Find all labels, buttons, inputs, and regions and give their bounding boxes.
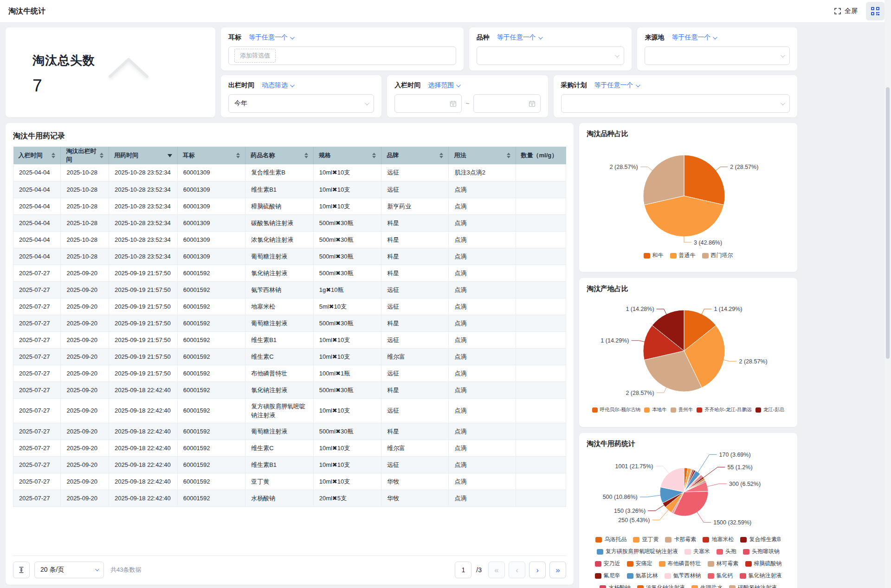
legend-item[interactable]: 水杨酸钠: [600, 584, 631, 588]
legend-item[interactable]: 亚丁黄: [633, 536, 659, 543]
add-filter-value-button[interactable]: 添加筛选值: [234, 49, 276, 63]
legend-item[interactable]: 氨基比林: [627, 572, 658, 580]
legend-item[interactable]: 复合维生素B: [740, 536, 781, 543]
last-page-button[interactable]: »: [549, 562, 566, 578]
table-cell: 2025-09-20: [61, 331, 109, 348]
procurement-plan-select[interactable]: [561, 94, 790, 113]
table-row[interactable]: 2025-07-272025-09-202025-09-18 22:42:406…: [13, 439, 566, 456]
chevron-right-icon: ›: [536, 566, 539, 574]
next-page-button[interactable]: ›: [529, 562, 546, 578]
legend-swatch-icon: [697, 407, 702, 413]
filter-operator-dropdown[interactable]: 等于任意一个: [249, 33, 293, 42]
legend-item[interactable]: 林可霉素: [708, 560, 739, 568]
pie-slice[interactable]: [643, 155, 684, 205]
legend-item[interactable]: 安痛定: [627, 560, 652, 568]
filter-operator-dropdown[interactable]: 等于任意一个: [671, 33, 716, 42]
legend-label: 氟尼辛: [604, 572, 620, 580]
legend-item[interactable]: 龙江-彭总: [755, 407, 785, 413]
table-row[interactable]: 2025-07-272025-09-202025-09-18 22:42:406…: [13, 490, 566, 506]
legend-item[interactable]: 和牛: [644, 252, 664, 259]
table-row[interactable]: 2025-07-272025-09-202025-09-19 21:57:506…: [13, 298, 566, 315]
legend-item[interactable]: 夫塞米: [684, 548, 710, 556]
entry-date-end-input[interactable]: [473, 94, 541, 113]
filter-operator-dropdown[interactable]: 动态筛选: [262, 81, 293, 90]
column-header[interactable]: 淘汰出栏时间: [61, 147, 109, 164]
first-page-button[interactable]: «: [488, 562, 505, 578]
table-row[interactable]: 2025-04-042025-10-282025-10-28 23:52:346…: [13, 164, 566, 181]
sort-arrows-icon[interactable]: [236, 153, 240, 158]
scrollbar-thumb[interactable]: [886, 87, 890, 359]
table-row[interactable]: 2025-07-272025-09-202025-09-18 22:42:406…: [13, 381, 566, 398]
column-header[interactable]: 用药时间: [109, 147, 178, 164]
column-header[interactable]: 入栏时间: [13, 147, 61, 164]
page-number-input[interactable]: [455, 562, 471, 578]
legend-item[interactable]: 氯化钙: [708, 572, 733, 580]
legend-item[interactable]: 本地牛: [644, 407, 667, 413]
table-row[interactable]: 2025-07-272025-09-202025-09-18 22:42:406…: [13, 456, 566, 473]
prev-page-button[interactable]: ‹: [509, 562, 525, 578]
sort-arrows-icon[interactable]: [507, 153, 510, 158]
entry-date-start-input[interactable]: [394, 94, 462, 113]
origin-filter-select[interactable]: [645, 46, 790, 65]
legend-item[interactable]: 卡那霉素: [665, 536, 696, 543]
table-cell: 远征: [381, 331, 449, 348]
legend-item[interactable]: 普通牛: [670, 252, 696, 259]
legend-item[interactable]: 浓氯化钠注射液: [637, 584, 685, 588]
legend-item[interactable]: 乌洛托品: [595, 536, 626, 543]
legend-item[interactable]: 齐齐哈尔-龙江-吕鹏远: [697, 407, 752, 413]
qr-code-button[interactable]: [866, 2, 885, 20]
filter-operator-dropdown[interactable]: 选择范围: [428, 81, 459, 90]
legend-item[interactable]: 生理盐水: [691, 584, 723, 588]
collapse-table-button[interactable]: [13, 562, 30, 578]
legend-item[interactable]: 布他磷普特壮: [659, 560, 701, 568]
table-row[interactable]: 2025-07-272025-09-202025-09-18 22:42:406…: [13, 473, 566, 490]
filter-operator-dropdown[interactable]: 等于任意一个: [594, 81, 639, 90]
page-size-select[interactable]: 20 条/页: [34, 562, 104, 578]
legend-item[interactable]: 樟脑硫酸钠: [745, 560, 782, 568]
legend-item[interactable]: 碳酸氢钠注射液: [729, 584, 777, 588]
sort-arrows-icon[interactable]: [52, 153, 55, 158]
legend-item[interactable]: 氟尼辛: [595, 572, 620, 580]
column-header[interactable]: 药品名称: [245, 147, 313, 164]
table-row[interactable]: 2025-07-272025-09-202025-09-19 21:57:506…: [13, 331, 566, 348]
ear-tag-filter-input[interactable]: 添加筛选值: [228, 46, 456, 65]
table-row[interactable]: 2025-07-272025-09-202025-09-19 21:57:506…: [13, 315, 566, 331]
column-header[interactable]: 数量（ml/g）: [516, 147, 566, 164]
breed-filter-select[interactable]: [477, 46, 625, 65]
legend-item[interactable]: 呼伦贝尔-额尔古纳: [592, 407, 641, 413]
sort-arrows-icon[interactable]: [304, 153, 308, 158]
legend-item[interactable]: 安乃近: [595, 560, 620, 568]
sort-arrows-icon[interactable]: [372, 153, 376, 158]
table-row[interactable]: 2025-07-272025-09-202025-09-18 22:42:406…: [13, 398, 566, 423]
column-header[interactable]: 品牌: [381, 147, 449, 164]
fullscreen-button[interactable]: 全屏: [834, 7, 858, 15]
exit-time-select[interactable]: 今年: [228, 94, 374, 113]
column-header[interactable]: 规格: [313, 147, 381, 164]
column-header[interactable]: 用法: [449, 147, 516, 164]
table-row[interactable]: 2025-04-042025-10-282025-10-28 23:52:346…: [13, 198, 566, 214]
table-row[interactable]: 2025-07-272025-09-202025-09-19 21:57:506…: [13, 348, 566, 365]
sort-arrows-icon[interactable]: [439, 153, 443, 158]
legend-item[interactable]: 头孢: [717, 548, 736, 556]
legend-item[interactable]: 氨苄西林钠: [665, 572, 701, 580]
range-separator: ~: [465, 100, 469, 107]
legend-item[interactable]: 氯化钠注射液: [740, 572, 782, 580]
column-header[interactable]: 耳标: [177, 147, 245, 164]
table-row[interactable]: 2025-04-042025-10-282025-10-28 23:52:346…: [13, 231, 566, 248]
legend-item[interactable]: 西门塔尔: [702, 252, 733, 259]
table-row[interactable]: 2025-04-042025-10-282025-10-28 23:52:346…: [13, 214, 566, 231]
legend-item[interactable]: 地塞米松: [703, 536, 734, 543]
legend-item[interactable]: 头孢噻呋钠: [743, 548, 780, 556]
table-row[interactable]: 2025-04-042025-10-282025-10-28 23:52:346…: [13, 181, 566, 198]
table-row[interactable]: 2025-07-272025-09-202025-09-19 21:57:506…: [13, 281, 566, 298]
legend-item[interactable]: 复方磺胺肩胛氧嘧啶钠注射液: [597, 548, 678, 556]
sort-descending-icon[interactable]: [168, 154, 172, 157]
sort-arrows-icon[interactable]: [100, 153, 103, 158]
pie-slice-label: 1 (14.29%): [600, 337, 629, 344]
legend-item[interactable]: 贵州牛: [671, 407, 693, 413]
table-row[interactable]: 2025-07-272025-09-202025-09-18 22:42:406…: [13, 423, 566, 439]
table-row[interactable]: 2025-04-042025-10-282025-10-28 23:52:346…: [13, 248, 566, 265]
table-row[interactable]: 2025-07-272025-09-202025-09-19 21:57:506…: [13, 265, 566, 281]
table-row[interactable]: 2025-07-272025-09-202025-09-19 21:57:506…: [13, 365, 566, 381]
filter-operator-dropdown[interactable]: 等于任意一个: [497, 33, 542, 42]
